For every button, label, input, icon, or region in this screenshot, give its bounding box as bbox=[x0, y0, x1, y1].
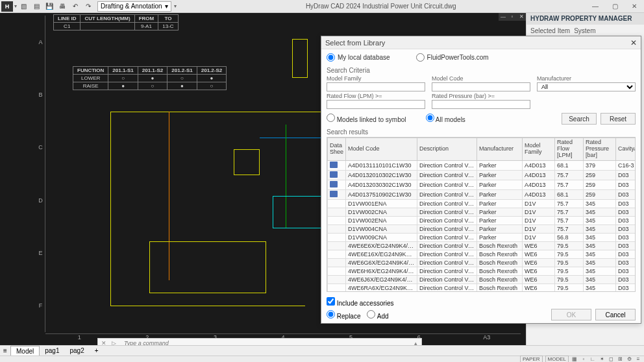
table-row[interactable]: 4WE6J6X/EG24N9K4/A12Direction Control Va… bbox=[328, 275, 636, 284]
doc-close-icon[interactable]: ✕ bbox=[517, 13, 526, 21]
radio-all-models[interactable]: All models bbox=[426, 114, 465, 123]
radio-fluidpowertools[interactable]: FluidPowerTools.com bbox=[416, 53, 489, 62]
app-menu-button[interactable]: H bbox=[1, 1, 13, 12]
tab-add-button[interactable]: + bbox=[90, 347, 104, 354]
dialog-title: Select from Library bbox=[325, 39, 385, 47]
radio-replace[interactable]: Replace bbox=[327, 310, 360, 320]
dyn-icon[interactable]: ⊞ bbox=[617, 356, 623, 362]
search-button[interactable]: Search bbox=[562, 113, 597, 125]
open-icon[interactable]: ▤ bbox=[31, 1, 42, 12]
dialog-close-icon[interactable]: ✕ bbox=[630, 38, 637, 47]
radio-local-db[interactable]: My local database bbox=[327, 53, 390, 62]
table-row[interactable]: 4WE6E16X/EG24N9K4/A12Direction Control V… bbox=[328, 250, 636, 258]
table-row[interactable]: D1VW001ENADirection Control ValveParkerD… bbox=[328, 199, 636, 208]
close-button[interactable]: ✕ bbox=[625, 0, 644, 13]
status-bar: PAPER MODEL ▦ ▫ ∟ ✶ ◻ ⊞ ⚙ ≡ bbox=[0, 356, 644, 362]
tab-pag2[interactable]: pag2 bbox=[65, 346, 90, 356]
settings-icon[interactable]: ⚙ bbox=[626, 356, 632, 362]
search-criteria-label: Search Criteria bbox=[327, 67, 636, 74]
doc-min-icon[interactable]: — bbox=[499, 13, 508, 21]
rated-flow-input[interactable] bbox=[327, 100, 425, 109]
hydraulic-schematic bbox=[110, 112, 351, 306]
snap-icon[interactable]: ▫ bbox=[580, 356, 587, 362]
selected-item-label: Selected Item bbox=[530, 27, 570, 34]
selected-item-value: System bbox=[574, 27, 595, 34]
titlebar: H ▾ ▧ ▤ 💾 🖶 ↶ ↷ Drafting & Annotation ▾ … bbox=[0, 0, 644, 13]
select-from-library-dialog: Select from Library ✕ My local database … bbox=[321, 36, 641, 324]
table-row[interactable]: D1VW002ENADirection Control ValveParkerD… bbox=[328, 216, 636, 224]
table-row[interactable]: A4D0131110101C1W30Direction Control Valv… bbox=[328, 160, 636, 170]
layout-tabs: ≡ Model pag1 pag2 + bbox=[0, 345, 644, 356]
save-icon[interactable]: 💾 bbox=[44, 1, 55, 12]
line-info-table: LINE IDCUT LENGTH(MM)FROMTO C19-A113-C bbox=[53, 14, 179, 30]
window-title: HyDraw CAD 2024 Industrial Power Unit Ci… bbox=[177, 3, 586, 10]
include-accessories-checkbox[interactable]: Include accessories bbox=[327, 297, 394, 307]
table-row[interactable]: A4D0132030302C1W30Direction Control Valv… bbox=[328, 180, 636, 189]
status-model[interactable]: MODEL bbox=[545, 356, 569, 362]
datasheet-icon[interactable] bbox=[330, 191, 338, 197]
undo-icon[interactable]: ↶ bbox=[70, 1, 80, 12]
reset-button[interactable]: Reset bbox=[601, 113, 636, 125]
workspace-dropdown[interactable]: Drafting & Annotation bbox=[97, 1, 171, 12]
model-family-input[interactable] bbox=[327, 82, 425, 91]
minimize-button[interactable]: — bbox=[586, 0, 605, 13]
ortho-icon[interactable]: ∟ bbox=[589, 356, 596, 362]
grid-icon[interactable]: ▦ bbox=[571, 356, 578, 362]
ok-button[interactable]: OK bbox=[551, 309, 591, 320]
table-row[interactable]: D1VW009CNADirection Control ValveParkerD… bbox=[328, 233, 636, 241]
datasheet-icon[interactable] bbox=[330, 171, 338, 178]
table-row[interactable]: 4WE6G6X/EG24N9K4/A12Direction Control Va… bbox=[328, 258, 636, 267]
property-manager-title: HYDRAW PROPERTY MANAGER bbox=[526, 13, 644, 25]
results-table[interactable]: Data Shee Model Code Description Manufac… bbox=[327, 137, 636, 292]
model-code-input[interactable] bbox=[432, 82, 530, 91]
radio-models-linked[interactable]: Models linked to symbol bbox=[327, 114, 406, 123]
table-row[interactable]: D1VW004CNADirection Control ValveParkerD… bbox=[328, 224, 636, 233]
search-results-label: Search results bbox=[327, 128, 636, 136]
ruler-left: A B C D E F bbox=[36, 16, 45, 332]
cancel-button[interactable]: Cancel bbox=[595, 309, 636, 320]
datasheet-icon[interactable] bbox=[330, 181, 338, 187]
maximize-button[interactable]: ▢ bbox=[605, 0, 625, 13]
new-icon[interactable]: ▧ bbox=[18, 1, 29, 12]
doc-window-controls: — ▫ ✕ bbox=[499, 13, 526, 21]
table-row[interactable]: 4WE6E6X/EG24N9K4/A12Direction Control Va… bbox=[328, 241, 636, 250]
doc-max-icon[interactable]: ▫ bbox=[508, 13, 517, 21]
table-row[interactable]: D1VW002CNADirection Control ValveParkerD… bbox=[328, 208, 636, 216]
table-row[interactable]: A4D0137510902C1W30Direction Control Valv… bbox=[328, 189, 636, 199]
radio-add[interactable]: Add bbox=[367, 310, 388, 320]
status-paper[interactable]: PAPER bbox=[520, 356, 543, 362]
osnap-icon[interactable]: ◻ bbox=[608, 356, 614, 362]
rated-pressure-input[interactable] bbox=[432, 100, 530, 109]
redo-icon[interactable]: ↷ bbox=[83, 1, 93, 12]
status-menu-icon[interactable]: ≡ bbox=[635, 356, 641, 362]
tab-model[interactable]: Model bbox=[10, 346, 40, 356]
datasheet-icon[interactable] bbox=[330, 162, 338, 168]
tabs-menu-icon[interactable]: ≡ bbox=[0, 347, 10, 354]
function-table: FUNCTION201.1-S1201.1-S2201.2-S1201.2-S2… bbox=[73, 66, 227, 90]
manufacturer-select[interactable]: All bbox=[537, 82, 636, 91]
print-icon[interactable]: 🖶 bbox=[57, 1, 68, 12]
table-row[interactable]: 4WE6RA6X/EG24N9K4/A12Direction Control V… bbox=[328, 284, 636, 292]
table-row[interactable]: 4WE6H6X/EG24N9K4/A12Direction Control Va… bbox=[328, 267, 636, 275]
polar-icon[interactable]: ✶ bbox=[599, 356, 605, 362]
table-row[interactable]: A4D0132010302C1W30Direction Control Valv… bbox=[328, 170, 636, 180]
tab-pag1[interactable]: pag1 bbox=[40, 346, 64, 356]
